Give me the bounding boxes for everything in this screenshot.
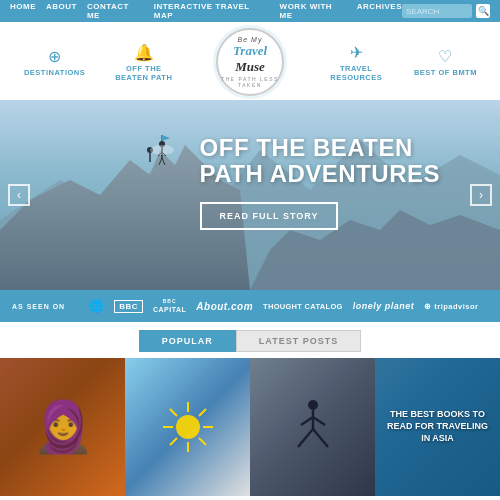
svg-line-22 bbox=[199, 409, 206, 416]
top-nav-links: HOME ABOUT CONTACT ME INTERACTIVE TRAVEL… bbox=[10, 2, 402, 20]
hero-title-line2: PATH ADVENTURES bbox=[200, 161, 440, 187]
as-seen-on-banner: AS SEEN ON 🌐 BBC BBC CAPITAL About.com T… bbox=[0, 290, 500, 322]
nav-contact[interactable]: CONTACT ME bbox=[87, 2, 144, 20]
post-item-4[interactable]: THE BEST BOOKS TO READ FOR TRAVELING IN … bbox=[375, 358, 500, 496]
logo-tagline: THE PATH LESS TAKEN bbox=[218, 76, 282, 88]
nav-map[interactable]: INTERACTIVE TRAVEL MAP bbox=[154, 2, 270, 20]
nav-item-best-bmtm[interactable]: ♡ BEST OF BMTM bbox=[401, 43, 490, 81]
post-item-1[interactable]: 🧕 bbox=[0, 358, 125, 496]
svg-line-21 bbox=[199, 438, 206, 445]
svg-line-23 bbox=[170, 438, 177, 445]
media-logos: 🌐 BBC BBC CAPITAL About.com THOUGHT CATA… bbox=[79, 299, 488, 313]
best-bmtm-label: BEST OF BMTM bbox=[414, 68, 477, 77]
tripadvisor-logo: ⊕ tripadvisor bbox=[424, 302, 478, 311]
post-3-overlay bbox=[250, 358, 375, 496]
sun-icon bbox=[158, 397, 218, 457]
globe-logo: 🌐 bbox=[89, 299, 105, 313]
posts-grid: 🧕 THE BES bbox=[0, 358, 500, 496]
top-navigation: HOME ABOUT CONTACT ME INTERACTIVE TRAVEL… bbox=[0, 0, 500, 22]
post-item-3[interactable] bbox=[250, 358, 375, 496]
travel-resources-icon: ✈ bbox=[350, 43, 363, 62]
nav-archives[interactable]: ARCHIVES bbox=[357, 2, 402, 20]
site-logo[interactable]: Be My Travel Muse THE PATH LESS TAKEN bbox=[188, 24, 311, 100]
destinations-icon: ⊕ bbox=[48, 47, 61, 66]
as-seen-on-label: AS SEEN ON bbox=[12, 303, 65, 310]
post-item-2[interactable] bbox=[125, 358, 250, 496]
hero-next-arrow[interactable]: › bbox=[470, 184, 492, 206]
capital-logo: BBC CAPITAL bbox=[153, 299, 186, 313]
svg-point-24 bbox=[308, 400, 318, 410]
hero-slider: OFF THE BEATEN PATH ADVENTURES READ FULL… bbox=[0, 100, 500, 290]
nav-item-off-beaten[interactable]: 🔔 OFF THE BEATEN PATH bbox=[99, 39, 188, 86]
lonely-planet-logo: lonely planet bbox=[353, 301, 415, 311]
destinations-label: DESTINATIONS bbox=[24, 68, 85, 77]
nav-item-travel-resources[interactable]: ✈ TRAVEL RESOURCES bbox=[312, 39, 401, 86]
logo-circle: Be My Travel Muse THE PATH LESS TAKEN bbox=[216, 28, 284, 96]
about-logo: About.com bbox=[196, 301, 253, 312]
nav-item-destinations[interactable]: ⊕ DESTINATIONS bbox=[10, 43, 99, 81]
bbc-logo: BBC bbox=[114, 300, 143, 313]
logo-travel: Travel bbox=[233, 43, 267, 59]
hero-cta-button[interactable]: READ FULL STORY bbox=[200, 202, 339, 230]
latest-posts-tab[interactable]: LATEST POSTS bbox=[236, 330, 361, 352]
logo-muse: Muse bbox=[235, 59, 265, 75]
svg-point-15 bbox=[176, 415, 200, 439]
hero-title: OFF THE BEATEN PATH ADVENTURES bbox=[200, 135, 440, 188]
post-4-overlay: THE BEST BOOKS TO READ FOR TRAVELING IN … bbox=[375, 358, 500, 496]
svg-line-20 bbox=[170, 409, 177, 416]
header-nav: ⊕ DESTINATIONS 🔔 OFF THE BEATEN PATH Be … bbox=[0, 24, 500, 100]
post-4-title: THE BEST BOOKS TO READ FOR TRAVELING IN … bbox=[383, 409, 492, 444]
nav-work[interactable]: WORK WITH ME bbox=[280, 2, 347, 20]
off-beaten-icon: 🔔 bbox=[134, 43, 154, 62]
logo-be-my: Be My bbox=[238, 36, 263, 43]
hero-text-block: OFF THE BEATEN PATH ADVENTURES READ FULL… bbox=[200, 135, 440, 230]
nav-about[interactable]: ABOUT bbox=[46, 2, 77, 20]
search-area: 🔍 bbox=[402, 4, 490, 18]
hero-title-line1: OFF THE BEATEN bbox=[200, 135, 440, 161]
post-1-overlay: 🧕 bbox=[0, 358, 125, 496]
yoga-silhouette bbox=[293, 397, 333, 457]
main-header: ⊕ DESTINATIONS 🔔 OFF THE BEATEN PATH Be … bbox=[0, 22, 500, 100]
travel-resources-label: TRAVEL RESOURCES bbox=[330, 64, 382, 82]
post-2-overlay bbox=[125, 358, 250, 496]
search-input[interactable] bbox=[402, 4, 472, 18]
nav-home[interactable]: HOME bbox=[10, 2, 36, 20]
thought-catalog-logo: THOUGHT CATALOG bbox=[263, 302, 343, 311]
svg-point-14 bbox=[150, 145, 174, 155]
best-bmtm-icon: ♡ bbox=[438, 47, 452, 66]
capital-text: CAPITAL bbox=[153, 306, 186, 313]
hero-prev-arrow[interactable]: ‹ bbox=[8, 184, 30, 206]
popular-tab[interactable]: POPULAR bbox=[139, 330, 236, 352]
content-tabs: POPULAR LATEST POSTS bbox=[0, 322, 500, 358]
search-button[interactable]: 🔍 bbox=[476, 4, 490, 18]
off-beaten-label: OFF THE BEATEN PATH bbox=[115, 64, 172, 82]
